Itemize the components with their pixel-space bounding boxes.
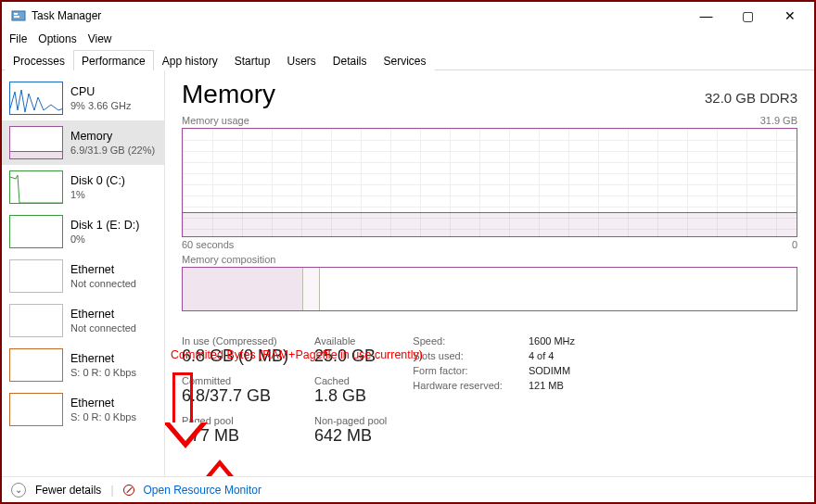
window-title: Task Manager (32, 9, 101, 22)
chevron-down-icon[interactable]: ⌄ (11, 483, 26, 498)
sidebar-cpu-sub: 9% 3.66 GHz (70, 100, 131, 111)
usage-graph-max: 31.9 GB (760, 115, 797, 126)
speed-label: Speed: (413, 335, 503, 346)
slots-value: 4 of 4 (529, 350, 575, 361)
svg-rect-1 (14, 13, 18, 15)
menu-options[interactable]: Options (38, 32, 76, 45)
maximize-button[interactable]: ▢ (727, 3, 769, 29)
usage-axis-right: 0 (792, 239, 797, 250)
memory-composition-bar[interactable] (182, 267, 797, 311)
sidebar-item-eth3[interactable]: EthernetS: 0 R: 0 Kbps (2, 387, 164, 432)
sidebar-eth3-sub: S: 0 R: 0 Kbps (70, 411, 136, 422)
hwres-value: 121 MB (529, 380, 575, 391)
tab-services[interactable]: Services (376, 50, 435, 70)
sidebar-item-memory[interactable]: Memory6.9/31.9 GB (22%) (2, 120, 164, 165)
titlebar: Task Manager — ▢ ✕ (2, 2, 814, 30)
annotation-arrowhead-down-icon (165, 422, 208, 448)
hwres-label: Hardware reserved: (413, 380, 503, 391)
committed-value: 6.8/37.7 GB (182, 386, 288, 406)
sidebar-memory-sub: 6.9/31.9 GB (22%) (70, 145, 155, 156)
fewer-details-link[interactable]: Fewer details (35, 484, 101, 497)
usage-graph-label: Memory usage (182, 115, 249, 126)
tab-performance[interactable]: Performance (73, 50, 154, 70)
cached-value: 1.8 GB (314, 386, 387, 406)
svg-rect-2 (14, 16, 19, 18)
sidebar-eth0-sub: Not connected (70, 278, 136, 289)
sidebar-eth1-sub: Not connected (70, 322, 136, 334)
nonpaged-label: Non-paged pool (314, 415, 387, 426)
tab-startup[interactable]: Startup (226, 50, 279, 70)
form-label: Form factor: (413, 365, 503, 376)
tab-users[interactable]: Users (278, 50, 324, 70)
sidebar-item-disk0[interactable]: Disk 0 (C:)1% (2, 165, 164, 209)
minimize-button[interactable]: — (685, 3, 727, 29)
sidebar-eth0-title: Ethernet (70, 263, 136, 276)
committed-label: Committed (182, 375, 288, 386)
form-value: SODIMM (529, 365, 575, 376)
sidebar-item-eth2[interactable]: EthernetS: 0 R: 0 Kbps (2, 343, 164, 387)
sidebar-item-disk1[interactable]: Disk 1 (E: D:)0% (2, 209, 164, 254)
sidebar-eth2-sub: S: 0 R: 0 Kbps (70, 367, 136, 378)
available-label: Available (314, 335, 387, 346)
sidebar-eth3-title: Ethernet (70, 397, 136, 410)
tab-processes[interactable]: Processes (5, 50, 73, 70)
sidebar-item-cpu[interactable]: CPU9% 3.66 GHz (2, 76, 164, 120)
page-title: Memory (182, 80, 275, 109)
memory-capacity: 32.0 GB DDR3 (705, 90, 797, 106)
available-value: 25.0 GB (314, 346, 387, 366)
menu-bar: File Options View (2, 30, 814, 48)
menu-file[interactable]: File (9, 32, 27, 45)
sidebar-cpu-title: CPU (70, 85, 131, 98)
usage-axis-left: 60 seconds (182, 239, 234, 250)
tab-details[interactable]: Details (325, 50, 376, 70)
close-button[interactable]: ✕ (769, 3, 810, 29)
memory-panel: Memory 32.0 GB DDR3 Memory usage 31.9 GB… (165, 70, 814, 476)
task-manager-window: Task Manager — ▢ ✕ File Options View Pro… (0, 0, 816, 504)
sidebar-item-eth1[interactable]: EthernetNot connected (2, 298, 164, 343)
resource-monitor-icon (123, 485, 134, 496)
sidebar-item-eth0[interactable]: EthernetNot connected (2, 254, 164, 298)
tab-bar: Processes Performance App history Startu… (2, 48, 814, 70)
annotation-arrowhead-up-icon (201, 460, 238, 476)
slots-label: Slots used: (413, 350, 503, 361)
speed-value: 1600 MHz (529, 335, 575, 346)
open-resource-monitor-link[interactable]: Open Resource Monitor (144, 484, 261, 497)
sidebar-eth1-title: Ethernet (70, 308, 136, 321)
performance-sidebar: CPU9% 3.66 GHz Memory6.9/31.9 GB (22%) D… (2, 70, 165, 476)
app-icon (11, 8, 26, 23)
sidebar-eth2-title: Ethernet (70, 352, 136, 365)
sidebar-disk0-title: Disk 0 (C:) (70, 174, 125, 187)
sidebar-disk1-sub: 0% (70, 233, 139, 245)
tab-app-history[interactable]: App history (154, 50, 226, 70)
composition-label: Memory composition (182, 254, 797, 265)
memory-usage-graph[interactable] (182, 128, 797, 237)
cached-label: Cached (314, 375, 387, 386)
sidebar-disk1-title: Disk 1 (E: D:) (70, 219, 139, 232)
sidebar-memory-title: Memory (70, 130, 155, 143)
nonpaged-value: 642 MB (314, 426, 387, 446)
sidebar-disk0-sub: 1% (70, 189, 125, 200)
footer: ⌄ Fewer details | Open Resource Monitor (2, 476, 814, 502)
inuse-label: In use (Compressed) (182, 335, 288, 346)
inuse-value: 6.8 GB (0 MB) (182, 346, 288, 366)
menu-view[interactable]: View (88, 32, 112, 45)
window-controls: — ▢ ✕ (685, 3, 810, 29)
